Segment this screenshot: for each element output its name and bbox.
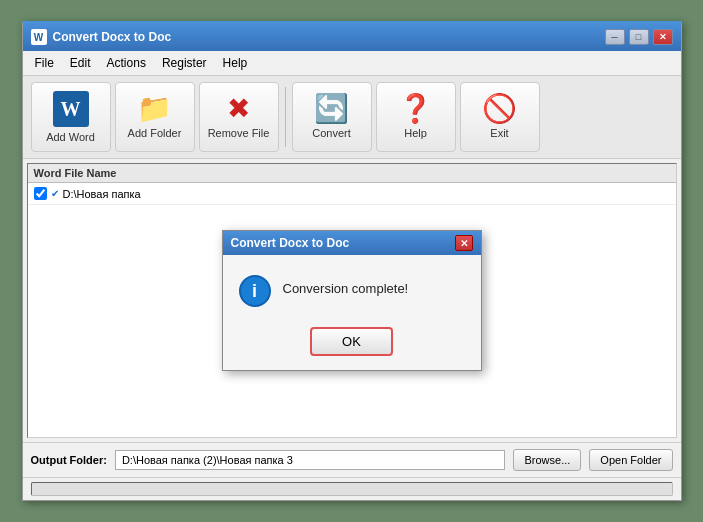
window-controls: ─ □ ✕ — [605, 29, 673, 45]
menu-bar: File Edit Actions Register Help — [23, 51, 681, 76]
window-title: Convert Docx to Doc — [53, 30, 605, 44]
exit-label: Exit — [490, 127, 508, 139]
dialog-close-button[interactable]: ✕ — [455, 235, 473, 251]
menu-file[interactable]: File — [27, 53, 62, 73]
add-word-icon: W — [53, 91, 89, 127]
output-folder-label: Output Folder: — [31, 454, 107, 466]
add-folder-icon: 📁 — [137, 95, 172, 123]
browse-button[interactable]: Browse... — [513, 449, 581, 471]
dialog-message: Conversion complete! — [283, 275, 409, 296]
close-button[interactable]: ✕ — [653, 29, 673, 45]
minimize-button[interactable]: ─ — [605, 29, 625, 45]
dialog-content: i Conversion complete! — [223, 255, 481, 319]
dialog-title: Convert Docx to Doc — [231, 236, 350, 250]
footer-bar: Output Folder: Browse... Open Folder — [23, 442, 681, 477]
remove-file-label: Remove File — [208, 127, 270, 139]
progress-bar-container — [23, 477, 681, 500]
remove-file-icon: ✖ — [227, 95, 250, 123]
dialog-overlay: Convert Docx to Doc ✕ i Conversion compl… — [28, 164, 676, 437]
exit-button[interactable]: 🚫 Exit — [460, 82, 540, 152]
title-bar: W Convert Docx to Doc ─ □ ✕ — [23, 23, 681, 51]
main-window: W Convert Docx to Doc ─ □ ✕ File Edit Ac… — [22, 21, 682, 501]
file-list-area: Word File Name ✔ D:\Новая папка Convert … — [27, 163, 677, 438]
menu-register[interactable]: Register — [154, 53, 215, 73]
help-label: Help — [404, 127, 427, 139]
info-icon: i — [239, 275, 271, 307]
dialog-footer: OK — [223, 319, 481, 370]
progress-bar — [31, 482, 673, 496]
menu-help[interactable]: Help — [215, 53, 256, 73]
menu-actions[interactable]: Actions — [99, 53, 154, 73]
maximize-button[interactable]: □ — [629, 29, 649, 45]
toolbar-separator — [285, 87, 286, 147]
toolbar: W Add Word 📁 Add Folder ✖ Remove File 🔄 … — [23, 76, 681, 159]
add-word-button[interactable]: W Add Word — [31, 82, 111, 152]
output-path-input[interactable] — [115, 450, 506, 470]
help-button[interactable]: ❓ Help — [376, 82, 456, 152]
convert-label: Convert — [312, 127, 351, 139]
remove-file-button[interactable]: ✖ Remove File — [199, 82, 279, 152]
menu-edit[interactable]: Edit — [62, 53, 99, 73]
open-folder-button[interactable]: Open Folder — [589, 449, 672, 471]
convert-icon: 🔄 — [314, 95, 349, 123]
exit-icon: 🚫 — [482, 95, 517, 123]
add-folder-label: Add Folder — [128, 127, 182, 139]
convert-button[interactable]: 🔄 Convert — [292, 82, 372, 152]
add-folder-button[interactable]: 📁 Add Folder — [115, 82, 195, 152]
app-icon: W — [31, 29, 47, 45]
add-word-label: Add Word — [46, 131, 95, 143]
dialog-ok-button[interactable]: OK — [310, 327, 393, 356]
help-icon: ❓ — [398, 95, 433, 123]
dialog-box: Convert Docx to Doc ✕ i Conversion compl… — [222, 230, 482, 371]
dialog-title-bar: Convert Docx to Doc ✕ — [223, 231, 481, 255]
